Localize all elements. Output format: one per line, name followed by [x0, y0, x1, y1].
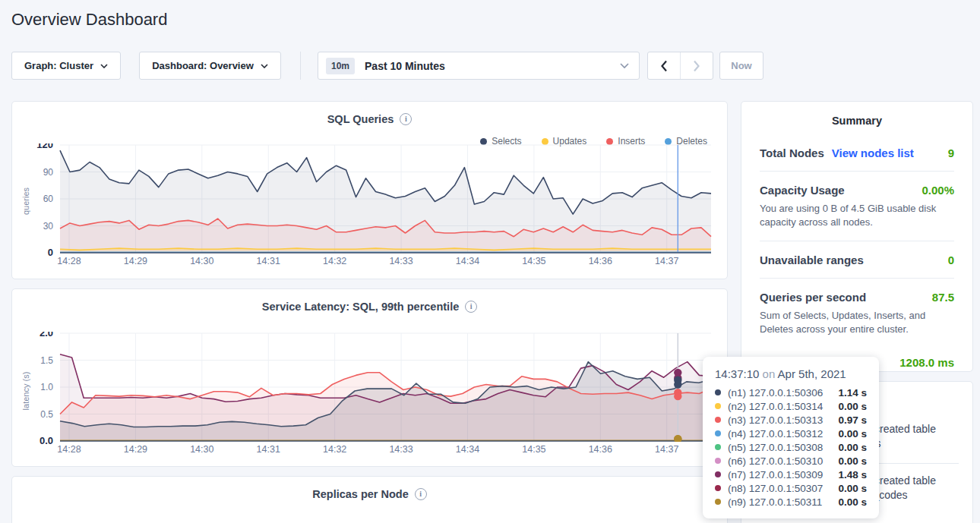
- unavailable-ranges-row: Unavailable ranges 0: [741, 254, 972, 266]
- node-latency-value: 0.00 s: [838, 455, 867, 467]
- node-address: (n9) 127.0.0.1:50311: [728, 496, 822, 508]
- graph-dropdown-label: Graph: Cluster: [24, 60, 93, 71]
- service-latency-chart[interactable]: 14:2814:2914:3014:3114:3214:3314:3414:35…: [18, 332, 718, 458]
- svg-text:14:36: 14:36: [589, 256, 612, 266]
- queries-per-second-label: Queries per second: [760, 291, 866, 304]
- svg-text:14:29: 14:29: [124, 256, 147, 266]
- tooltip-node-row: (n4) 127.0.0.1:503120.00 s: [715, 427, 867, 440]
- svg-text:120: 120: [36, 143, 53, 150]
- svg-text:14:35: 14:35: [522, 256, 545, 266]
- now-button[interactable]: Now: [719, 52, 763, 80]
- sql-queries-card: SQL Queries i SelectsUpdatesInsertsDelet…: [11, 101, 728, 279]
- graph-dropdown[interactable]: Graph: Cluster: [11, 52, 121, 80]
- chevron-down-icon: [261, 64, 268, 68]
- time-step-buttons: [647, 52, 713, 80]
- page-title: Overview Dashboard: [11, 10, 167, 30]
- node-color-dot: [715, 485, 721, 491]
- info-icon[interactable]: i: [415, 488, 427, 500]
- prev-time-button[interactable]: [648, 52, 680, 79]
- queries-per-second-value: 87.5: [932, 291, 954, 304]
- tooltip-node-row: (n2) 127.0.0.1:503140.00 s: [715, 399, 867, 413]
- dashboard-dropdown-label: Dashboard: Overview: [152, 60, 254, 71]
- total-nodes-label: Total Nodes: [760, 147, 824, 159]
- svg-text:14:31: 14:31: [257, 444, 280, 455]
- node-color-dot: [715, 430, 721, 436]
- svg-text:14:28: 14:28: [57, 256, 81, 266]
- tooltip-node-row: (n9) 127.0.0.1:503110.00 s: [715, 495, 867, 509]
- svg-text:14:34: 14:34: [456, 444, 479, 455]
- queries-per-second-row: Queries per second 87.5: [741, 291, 972, 304]
- svg-text:14:30: 14:30: [190, 256, 213, 266]
- summary-divider: [760, 171, 954, 172]
- tooltip-time: 14:37:10: [715, 367, 759, 380]
- svg-text:0.0: 0.0: [40, 435, 53, 446]
- capacity-usage-value: 0.00%: [922, 184, 954, 197]
- svg-text:90: 90: [43, 167, 54, 178]
- svg-text:60: 60: [43, 194, 54, 204]
- p99-latency-value: 1208.0 ms: [899, 356, 954, 369]
- chart-title-row: Replicas per Node i: [12, 488, 727, 500]
- service-latency-card: Service Latency: SQL, 99th percentile i …: [11, 288, 728, 467]
- node-address: (n2) 127.0.0.1:50314: [728, 401, 823, 412]
- node-address: (n6) 127.0.0.1:50310: [728, 455, 823, 467]
- chart-title-row: Service Latency: SQL, 99th percentile i: [12, 301, 727, 313]
- node-color-dot: [715, 471, 721, 477]
- svg-text:30: 30: [43, 221, 54, 232]
- tooltip-header: 14:37:10 on Apr 5th, 2021: [715, 367, 867, 380]
- info-icon[interactable]: i: [465, 301, 477, 313]
- tooltip-node-row: (n6) 127.0.0.1:503100.00 s: [715, 454, 867, 468]
- svg-text:14:37: 14:37: [655, 256, 678, 266]
- controls-divider: [300, 52, 301, 80]
- replicas-per-node-title: Replicas per Node: [312, 488, 409, 500]
- node-latency-value: 1.48 s: [838, 469, 867, 480]
- chevron-right-icon: [693, 60, 700, 72]
- total-nodes-value: 9: [948, 147, 954, 159]
- time-range-selector[interactable]: 10m Past 10 Minutes: [318, 52, 640, 80]
- dashboard-dropdown[interactable]: Dashboard: Overview: [139, 52, 281, 80]
- node-address: (n5) 127.0.0.1:50308: [728, 442, 823, 453]
- time-range-badge: 10m: [326, 58, 355, 74]
- sql-queries-chart[interactable]: 14:2814:2914:3014:3114:3214:3314:3414:35…: [18, 143, 718, 269]
- replicas-per-node-card: Replicas per Node i: [11, 476, 728, 523]
- svg-text:14:28: 14:28: [57, 444, 81, 455]
- node-color-dot: [715, 458, 721, 464]
- node-color-dot: [715, 417, 721, 423]
- node-latency-value: 0.00 s: [838, 428, 867, 440]
- info-icon[interactable]: i: [400, 113, 412, 125]
- next-time-button[interactable]: [681, 52, 713, 79]
- node-latency-value: 0.00 s: [838, 401, 867, 412]
- tooltip-node-row: (n7) 127.0.0.1:503091.48 s: [715, 468, 867, 481]
- summary-heading: Summary: [741, 115, 972, 127]
- chevron-down-icon: [620, 63, 629, 69]
- tooltip-node-row: (n3) 127.0.0.1:503130.97 s: [715, 413, 867, 427]
- node-latency-value: 0.00 s: [838, 442, 867, 453]
- tooltip-rows: (n1) 127.0.0.1:503061.14 s(n2) 127.0.0.1…: [715, 386, 867, 509]
- time-range-label: Past 10 Minutes: [365, 60, 445, 72]
- svg-text:0: 0: [48, 247, 53, 258]
- view-nodes-list-link[interactable]: View nodes list: [832, 147, 914, 159]
- svg-text:14:33: 14:33: [389, 256, 413, 266]
- node-latency-value: 0.97 s: [838, 414, 867, 426]
- unavailable-ranges-value: 0: [948, 254, 954, 266]
- svg-text:14:36: 14:36: [589, 444, 612, 455]
- chevron-left-icon: [660, 60, 668, 72]
- summary-panel: Summary Total Nodes View nodes list 9 Ca…: [741, 101, 973, 372]
- chart-tooltip: 14:37:10 on Apr 5th, 2021 (n1) 127.0.0.1…: [703, 357, 879, 518]
- node-latency-value: 0.00 s: [838, 483, 867, 494]
- node-latency-value: 0.00 s: [838, 496, 867, 508]
- tooltip-node-row: (n8) 127.0.0.1:503070.00 s: [715, 481, 867, 495]
- node-address: (n4) 127.0.0.1:50312: [728, 428, 823, 440]
- svg-text:1.0: 1.0: [40, 382, 53, 392]
- svg-text:14:35: 14:35: [522, 444, 545, 455]
- svg-text:0.5: 0.5: [40, 409, 53, 420]
- svg-text:14:33: 14:33: [389, 444, 413, 455]
- node-latency-value: 1.14 s: [838, 387, 867, 399]
- chart-title-row: SQL Queries i: [12, 113, 727, 125]
- svg-text:14:30: 14:30: [190, 444, 213, 455]
- tooltip-node-row: (n1) 127.0.0.1:503061.14 s: [715, 386, 867, 399]
- node-address: (n7) 127.0.0.1:50309: [728, 469, 823, 480]
- svg-text:14:34: 14:34: [456, 256, 479, 266]
- unavailable-ranges-label: Unavailable ranges: [760, 254, 864, 266]
- capacity-usage-label: Capacity Usage: [760, 184, 845, 197]
- tooltip-date: Apr 5th, 2021: [778, 367, 846, 380]
